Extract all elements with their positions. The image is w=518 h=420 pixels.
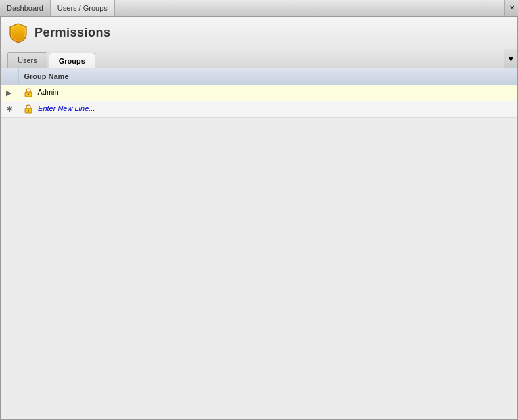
title-bar-controls: ✕ <box>504 0 518 16</box>
title-bar: Dashboard Users / Groups ✕ <box>0 0 518 16</box>
svg-rect-1 <box>28 94 29 95</box>
indicator-header <box>1 68 18 85</box>
panel-title: Permissions <box>34 26 111 40</box>
admin-group-name: Admin <box>37 88 58 96</box>
groups-table: Group Name ▶ Admin <box>1 68 517 118</box>
table-row[interactable]: ▶ Admin <box>1 85 517 101</box>
chevron-down-icon: ▼ <box>507 54 515 64</box>
tab-users-groups-label: Users / Groups <box>57 4 108 12</box>
tabs-row: Users Groups ▼ <box>1 49 517 68</box>
new-line-indicator: ✱ <box>1 101 18 117</box>
group-name-header: Group Name <box>18 68 517 85</box>
new-lock-icon <box>24 104 33 114</box>
lock-icon <box>24 88 33 97</box>
tab-users-groups[interactable]: Users / Groups <box>51 0 115 16</box>
tabs-dropdown-button[interactable]: ▼ <box>504 49 517 68</box>
asterisk-icon: ✱ <box>6 104 13 114</box>
tab-groups[interactable]: Groups <box>49 53 95 68</box>
admin-group-cell: Admin <box>18 85 517 101</box>
main-panel: Permissions Users Groups ▼ Group Name <box>0 16 518 420</box>
panel-header: Permissions <box>1 17 517 49</box>
new-line-label: Enter New Line... <box>38 104 95 112</box>
tab-dashboard[interactable]: Dashboard <box>0 0 51 16</box>
tab-dashboard-label: Dashboard <box>7 4 43 12</box>
tab-groups-label: Groups <box>59 57 85 65</box>
permissions-shield-icon <box>7 22 29 44</box>
row-expand-indicator[interactable]: ▶ <box>1 85 18 101</box>
tab-users-label: Users <box>18 56 37 64</box>
content-area: Group Name ▶ Admin <box>1 68 517 419</box>
new-line-row[interactable]: ✱ Enter New Line... <box>1 101 517 117</box>
table-header-row: Group Name <box>1 68 517 85</box>
tab-users[interactable]: Users <box>7 52 47 68</box>
close-button[interactable]: ✕ <box>504 0 518 16</box>
new-line-cell[interactable]: Enter New Line... <box>18 101 517 117</box>
expand-arrow-icon: ▶ <box>6 89 11 97</box>
svg-rect-3 <box>28 110 29 112</box>
close-icon: ✕ <box>509 4 515 11</box>
